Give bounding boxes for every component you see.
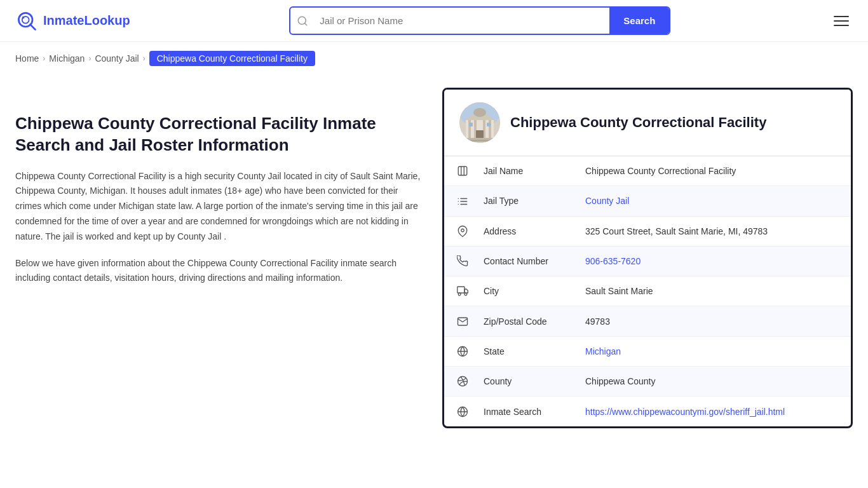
search-area: Search: [289, 6, 670, 35]
logo-link[interactable]: InmateLookup: [15, 10, 130, 32]
site-header: InmateLookup Search: [0, 0, 868, 42]
breadcrumb-county-jail[interactable]: County Jail: [95, 53, 139, 64]
label-address: Address: [471, 216, 573, 246]
table-row: State Michigan: [444, 336, 851, 366]
card-facility-name: Chippewa County Correctional Facility: [510, 114, 766, 131]
globe-icon: [444, 336, 471, 366]
table-row: Address 325 Court Street, Sault Saint Ma…: [444, 216, 851, 246]
breadcrumb-sep-3: ›: [143, 54, 146, 63]
table-row: City Sault Saint Marie: [444, 276, 851, 306]
state-link[interactable]: Michigan: [585, 346, 621, 356]
page-title: Chippewa County Correctional Facility In…: [15, 113, 422, 156]
breadcrumb-sep-2: ›: [88, 54, 91, 63]
logo-text: InmateLookup: [43, 13, 130, 28]
breadcrumb-sep-1: ›: [43, 54, 45, 63]
table-row: Zip/Postal Code 49783: [444, 306, 851, 336]
right-column: Chippewa County Correctional Facility Ja…: [442, 88, 853, 428]
label-county: County: [471, 367, 573, 396]
logo-icon: [15, 10, 38, 32]
table-row: Jail Type County Jail: [444, 186, 851, 216]
jail-icon: [444, 156, 471, 186]
search-input[interactable]: [315, 9, 609, 32]
main-content: Chippewa County Correctional Facility In…: [0, 75, 868, 441]
phone-icon: [444, 246, 471, 276]
value-contact[interactable]: 906-635-7620: [573, 246, 851, 276]
facility-avatar: [459, 102, 500, 143]
breadcrumb-home[interactable]: Home: [15, 53, 39, 64]
value-address: 325 Court Street, Sault Saint Marie, MI,…: [573, 216, 851, 246]
card-header: Chippewa County Correctional Facility: [444, 90, 851, 156]
svg-rect-15: [476, 130, 484, 139]
svg-point-14: [473, 108, 486, 117]
value-jail-type[interactable]: County Jail: [573, 186, 851, 216]
value-state[interactable]: Michigan: [573, 336, 851, 366]
label-jail-name: Jail Name: [471, 156, 573, 186]
label-inmate-search: Inmate Search: [471, 396, 573, 426]
svg-rect-18: [465, 138, 495, 140]
table-row: Inmate Search https://www.chippewacounty…: [444, 396, 851, 426]
svg-rect-19: [463, 140, 496, 142]
inmate-search-link[interactable]: https://www.chippewacountymi.gov/sheriff…: [585, 407, 785, 417]
svg-point-29: [461, 229, 465, 232]
list-icon: [444, 186, 471, 216]
svg-line-5: [305, 23, 307, 25]
search-wrapper: Search: [289, 6, 670, 35]
label-state: State: [471, 336, 573, 366]
svg-line-2: [30, 24, 35, 29]
svg-rect-30: [458, 287, 465, 294]
breadcrumb: Home › Michigan › County Jail › Chippewa…: [0, 42, 868, 75]
svg-rect-16: [469, 123, 473, 126]
label-contact: Contact Number: [471, 246, 573, 276]
mail-icon: [444, 306, 471, 336]
search-icon: [290, 15, 315, 27]
value-city: Sault Saint Marie: [573, 276, 851, 306]
svg-point-31: [458, 293, 461, 295]
description-2: Below we have given information about th…: [15, 256, 422, 287]
description-1: Chippewa County Correctional Facility is…: [15, 169, 422, 245]
hamburger-menu[interactable]: [830, 12, 853, 30]
jail-type-link[interactable]: County Jail: [585, 196, 629, 206]
city-icon: [444, 276, 471, 306]
svg-point-32: [465, 293, 467, 295]
label-city: City: [471, 276, 573, 306]
info-table: Jail Name Chippewa County Correctional F…: [444, 156, 851, 426]
county-icon: [444, 367, 471, 396]
svg-rect-20: [458, 167, 467, 176]
search-button[interactable]: Search: [609, 8, 669, 34]
value-inmate-search[interactable]: https://www.chippewacountymi.gov/sheriff…: [573, 396, 851, 426]
svg-point-3: [22, 16, 25, 18]
contact-link[interactable]: 906-635-7620: [585, 256, 641, 266]
breadcrumb-current: Chippewa County Correctional Facility: [149, 51, 315, 66]
search-globe-icon: [444, 396, 471, 426]
value-jail-name: Chippewa County Correctional Facility: [573, 156, 851, 186]
value-zip: 49783: [573, 306, 851, 336]
svg-rect-9: [468, 119, 471, 139]
label-zip: Zip/Postal Code: [471, 306, 573, 336]
value-county: Chippewa County: [573, 367, 851, 396]
left-column: Chippewa County Correctional Facility In…: [15, 88, 422, 428]
svg-rect-17: [487, 123, 491, 126]
facility-info-card: Chippewa County Correctional Facility Ja…: [442, 88, 853, 428]
table-row: County Chippewa County: [444, 367, 851, 396]
label-jail-type: Jail Type: [471, 186, 573, 216]
table-row: Contact Number 906-635-7620: [444, 246, 851, 276]
location-icon: [444, 216, 471, 246]
svg-rect-12: [489, 119, 491, 139]
table-row: Jail Name Chippewa County Correctional F…: [444, 156, 851, 186]
breadcrumb-michigan[interactable]: Michigan: [49, 53, 85, 64]
